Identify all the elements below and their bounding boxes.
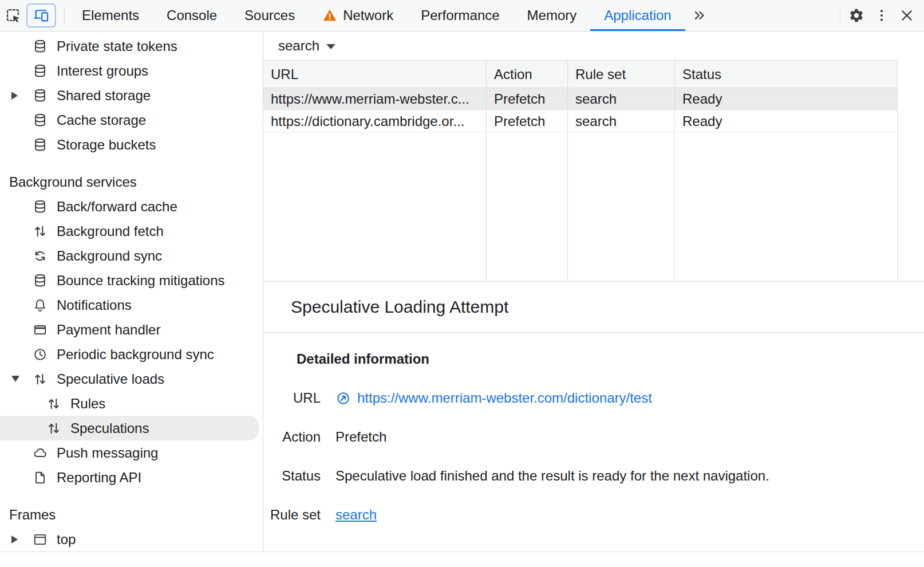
tab-elements[interactable]: Elements bbox=[68, 0, 153, 31]
close-icon bbox=[899, 7, 915, 23]
action-value: Prefetch bbox=[335, 429, 386, 445]
column-header-status[interactable]: Status bbox=[675, 61, 897, 88]
sidebar-item-label: Background sync bbox=[57, 248, 162, 264]
section-header-label: Frames bbox=[9, 507, 56, 523]
settings-gear-icon bbox=[848, 7, 864, 23]
table-cell-status[interactable]: Ready bbox=[675, 88, 897, 111]
cell-text: Prefetch bbox=[494, 91, 545, 107]
cell-text: Prefetch bbox=[494, 113, 545, 129]
open-url-icon[interactable] bbox=[335, 391, 351, 406]
table-cell-rule-set[interactable]: search bbox=[568, 111, 675, 133]
table-cell-action[interactable]: Prefetch bbox=[487, 88, 568, 111]
expander-collapsed-icon[interactable] bbox=[11, 92, 18, 100]
sidebar-item-label: Cache storage bbox=[57, 112, 146, 128]
sidebar-item-speculative-loads[interactable]: Speculative loads bbox=[0, 367, 263, 391]
tab-memory[interactable]: Memory bbox=[514, 0, 591, 31]
table-cell-url[interactable]: https://www.merriam-webster.c... bbox=[263, 88, 487, 111]
tab-application[interactable]: Application bbox=[590, 0, 685, 31]
toolbar-divider bbox=[64, 7, 65, 24]
sidebar-item-label: Interest groups bbox=[57, 63, 148, 79]
tab-label: Performance bbox=[421, 7, 499, 23]
table-cell-rule-set[interactable]: search bbox=[568, 88, 675, 111]
table-filler bbox=[568, 133, 675, 281]
menu-button[interactable] bbox=[869, 7, 894, 23]
ruleset-link[interactable]: search bbox=[335, 507, 377, 523]
expander-slot bbox=[0, 376, 33, 382]
tab-performance[interactable]: Performance bbox=[407, 0, 513, 31]
sidebar-item-background-sync[interactable]: Background sync bbox=[0, 243, 263, 268]
sidebar-item-background-fetch[interactable]: Background fetch bbox=[0, 219, 263, 243]
toggle-device-toolbar-button[interactable] bbox=[26, 3, 56, 27]
column-header-url[interactable]: URL bbox=[263, 61, 487, 88]
close-devtools-button[interactable] bbox=[894, 7, 919, 23]
tab-label: Network bbox=[343, 7, 393, 23]
toolbar-spacer bbox=[714, 0, 836, 31]
table-cell-url[interactable]: https://dictionary.cambridge.or... bbox=[263, 111, 487, 133]
tab-network[interactable]: Network bbox=[309, 0, 407, 31]
sidebar-item-storage-buckets[interactable]: Storage buckets bbox=[0, 132, 263, 157]
expander-expanded-icon[interactable] bbox=[11, 376, 19, 382]
database-icon bbox=[33, 273, 48, 288]
table-filler bbox=[263, 133, 487, 281]
sidebar-item-notifications[interactable]: Notifications bbox=[0, 293, 263, 317]
sidebar-item-top-frame[interactable]: top bbox=[0, 527, 263, 552]
sidebar-item-label: Speculations bbox=[70, 420, 149, 436]
sidebar-item-cache-storage[interactable]: Cache storage bbox=[0, 108, 263, 132]
sidebar-item-push-messaging[interactable]: Push messaging bbox=[0, 440, 263, 465]
field-label-status: Status bbox=[263, 468, 321, 484]
devtools-body: Private state tokens Interest groups Sha… bbox=[0, 32, 924, 567]
panel-tabs: Elements Console Sources Network Perform… bbox=[68, 0, 714, 31]
sidebar-item-private-state-tokens[interactable]: Private state tokens bbox=[0, 34, 263, 58]
url-link[interactable]: https://www.merriam-webster.com/dictiona… bbox=[357, 390, 652, 406]
sidebar-item-label: Private state tokens bbox=[57, 38, 177, 54]
column-header-label: URL bbox=[271, 66, 298, 82]
chevrons-right-icon bbox=[692, 8, 707, 23]
sync-icon bbox=[33, 249, 48, 263]
cell-text: search bbox=[575, 91, 617, 107]
settings-button[interactable] bbox=[844, 7, 869, 23]
expander-collapsed-icon[interactable] bbox=[11, 536, 18, 544]
expander-slot bbox=[0, 92, 33, 100]
database-icon bbox=[33, 199, 48, 214]
detail-field-action: Action Prefetch bbox=[263, 429, 924, 445]
sidebar-section-frames: Frames bbox=[0, 502, 263, 527]
attempt-details: Detailed information URL https://www.mer… bbox=[263, 333, 924, 567]
sidebar-item-back-forward-cache[interactable]: Back/forward cache bbox=[0, 194, 263, 219]
speculations-panel: search URL Action Rule set Status https:… bbox=[263, 32, 924, 567]
sidebar-item-label: Notifications bbox=[57, 297, 132, 313]
expander-slot bbox=[0, 536, 33, 544]
column-header-action[interactable]: Action bbox=[487, 61, 568, 88]
tab-sources[interactable]: Sources bbox=[231, 0, 309, 31]
field-label-url: URL bbox=[263, 390, 321, 406]
table-cell-status[interactable]: Ready bbox=[675, 111, 897, 133]
more-tabs-button[interactable] bbox=[685, 0, 714, 31]
sidebar-item-bounce-tracking-mitigations[interactable]: Bounce tracking mitigations bbox=[0, 268, 263, 293]
column-header-rule-set[interactable]: Rule set bbox=[568, 61, 675, 88]
speculations-table: URL Action Rule set Status https://www.m… bbox=[263, 60, 898, 281]
sidebar-item-interest-groups[interactable]: Interest groups bbox=[0, 58, 263, 83]
ruleset-filter-dropdown[interactable]: search bbox=[278, 38, 335, 54]
sidebar-item-label: Reporting API bbox=[57, 470, 141, 486]
devtools-window: Elements Console Sources Network Perform… bbox=[0, 0, 924, 567]
arrows-up-down-icon bbox=[46, 396, 61, 411]
sidebar-item-speculations[interactable]: Speculations bbox=[0, 416, 259, 440]
inspect-element-button[interactable] bbox=[0, 0, 26, 31]
column-header-label: Rule set bbox=[575, 66, 626, 82]
cell-text: Ready bbox=[682, 91, 722, 107]
tab-label: Console bbox=[167, 7, 217, 23]
sidebar-item-periodic-background-sync[interactable]: Periodic background sync bbox=[0, 342, 263, 367]
table-filler bbox=[675, 133, 897, 281]
database-icon bbox=[33, 113, 48, 128]
bottom-scrollbar-gutter bbox=[0, 552, 924, 567]
database-icon bbox=[33, 88, 48, 103]
table-cell-action[interactable]: Prefetch bbox=[487, 111, 568, 133]
tab-console[interactable]: Console bbox=[153, 0, 231, 31]
tab-label: Sources bbox=[244, 7, 295, 23]
sidebar-item-shared-storage[interactable]: Shared storage bbox=[0, 83, 263, 108]
sidebar-item-rules[interactable]: Rules bbox=[0, 391, 263, 416]
network-warning-icon bbox=[322, 8, 337, 23]
sidebar-item-payment-handler[interactable]: Payment handler bbox=[0, 317, 263, 342]
sidebar-item-reporting-api[interactable]: Reporting API bbox=[0, 465, 263, 490]
sidebar-item-label: Push messaging bbox=[57, 445, 158, 461]
database-icon bbox=[33, 64, 48, 78]
